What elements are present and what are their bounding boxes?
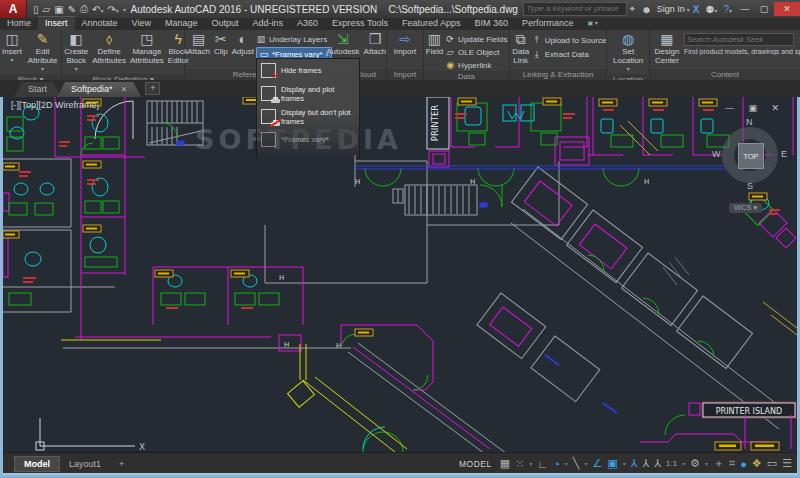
panel-label-data[interactable]: Data <box>424 71 509 80</box>
menu-item-display-plot-frames[interactable]: Display and plot frames <box>257 82 359 105</box>
connect-icon[interactable]: ⚉▾ <box>705 4 717 15</box>
layout1-tab[interactable]: Layout1 <box>60 457 110 471</box>
extract-data-button[interactable]: ⤓Extract Data <box>532 48 607 60</box>
help-icon[interactable]: ?▾ <box>723 4 732 15</box>
set-location-button[interactable]: ◍Set Location▾ <box>607 31 648 74</box>
panel-label-linking[interactable]: Linking & Extraction <box>510 69 607 80</box>
hyperlink-button[interactable]: ◉Hyperlink <box>445 59 507 71</box>
viewcube[interactable]: N S W E TOP WCS ▾ <box>715 119 787 195</box>
units-icon[interactable]: ⌗ <box>729 457 735 470</box>
insert-block-button[interactable]: ◫Insert▾ <box>0 31 24 65</box>
autocad-logo-icon[interactable]: A <box>0 0 27 18</box>
customization-menu-icon[interactable]: ☰ <box>782 457 792 470</box>
pointcloud-attach-button[interactable]: ❒Attach <box>362 31 389 56</box>
new-layout-button[interactable]: + <box>110 457 133 471</box>
model-tab[interactable]: Model <box>14 456 60 472</box>
clean-screen-icon[interactable]: ▭ <box>767 457 777 470</box>
exchange-apps-icon[interactable]: X <box>693 4 700 15</box>
globe-icon: ◍ <box>622 31 634 47</box>
panel-label-import[interactable]: Import <box>387 69 423 80</box>
define-attributes-button[interactable]: ⬨Define Attributes <box>90 31 128 65</box>
annotation-visibility-icon[interactable]: ⅄ <box>631 457 638 470</box>
hide-frames-icon: ✕ <box>261 63 276 78</box>
search-icon[interactable]: ⌖ <box>630 3 636 15</box>
tab-view[interactable]: View <box>125 17 158 30</box>
clip-button[interactable]: ✂Clip <box>212 31 230 56</box>
tab-performance[interactable]: Performance <box>515 17 581 30</box>
drawing-canvas[interactable]: SOFTPEDIA ™ <box>3 97 797 452</box>
annotation-scale-person-icon[interactable]: ⅄ <box>654 457 661 470</box>
new-drawing-tab-button[interactable]: + <box>145 82 160 95</box>
isometric-drafting-icon[interactable]: ╲ <box>573 457 580 470</box>
drawing-window-controls[interactable]: — ▣ ✕ <box>725 103 785 113</box>
edit-attribute-button[interactable]: ✎Edit Attribute▾ <box>24 31 61 74</box>
isolate-objects-icon[interactable]: ❖ <box>752 457 762 470</box>
tab-express-tools[interactable]: Express Tools <box>325 17 395 30</box>
import-button[interactable]: ⇨Import <box>392 31 419 56</box>
object-snap-tracking-icon[interactable]: ∠ <box>592 457 602 470</box>
tab-manage[interactable]: Manage <box>158 17 205 30</box>
manage-attributes-button[interactable]: ◳Manage Attributes <box>128 31 166 65</box>
close-button[interactable]: ✕ <box>774 2 800 16</box>
attach-button[interactable]: ▤Attach <box>185 31 212 56</box>
tab-output[interactable]: Output <box>204 17 245 30</box>
help-search-input[interactable] <box>523 2 627 16</box>
recap-icon: ⇲ <box>337 31 349 47</box>
ribbon-display-toggle-icon[interactable]: ▣ ▾ <box>581 17 605 30</box>
viewport-controls[interactable]: [-][Top][2D Wireframe] <box>11 100 99 110</box>
viewcube-east[interactable]: E <box>781 149 787 159</box>
panel-label-content[interactable]: Content <box>650 69 800 80</box>
grid-display-icon[interactable]: ▦ <box>500 457 510 470</box>
upload-to-source-button[interactable]: ⤒Upload to Source <box>532 34 607 46</box>
tab-addins[interactable]: Add-ins <box>245 17 290 30</box>
maximize-button[interactable]: ▢ <box>755 2 773 16</box>
model-space-button[interactable]: MODEL <box>459 459 492 469</box>
close-tab-icon[interactable]: ✕ <box>121 85 128 94</box>
hardware-acceleration-icon[interactable]: ● <box>740 458 747 470</box>
viewcube-south[interactable]: S <box>747 181 753 191</box>
undo-icon[interactable]: ↶▾ <box>92 4 103 15</box>
tab-bim360[interactable]: BIM 360 <box>467 17 515 30</box>
ole-object-button[interactable]: ▱OLE Object <box>445 46 507 58</box>
minimize-button[interactable]: — <box>736 2 754 16</box>
menu-item-hide-frames[interactable]: ✕ Hide frames <box>257 59 359 82</box>
tab-home[interactable]: Home <box>0 17 38 30</box>
menu-item-display-noplot-frames[interactable]: Display but don't plot frames <box>257 105 359 128</box>
viewcube-west[interactable]: W <box>712 149 721 159</box>
create-block-button[interactable]: ◧Create Block▾ <box>62 31 90 74</box>
autoscale-icon[interactable]: ⅄ <box>642 457 649 470</box>
underlay-layers-button[interactable]: ▥Underlay Layers <box>256 33 332 45</box>
annotation-scale-value[interactable]: 1:1 <box>666 459 677 468</box>
wcs-dropdown[interactable]: WCS ▾ <box>729 203 762 213</box>
polar-tracking-icon[interactable]: ◔ <box>553 458 560 470</box>
new-file-icon[interactable]: ▯ <box>33 4 39 15</box>
ortho-mode-icon[interactable]: ∟ <box>537 458 548 470</box>
data-link-button[interactable]: ⧉Data Link <box>510 31 532 65</box>
snap-mode-icon[interactable]: ⁙ <box>515 457 524 470</box>
tab-featured-apps[interactable]: Featured Apps <box>395 17 468 30</box>
save-as-icon[interactable]: ✎ <box>68 4 76 15</box>
autodesk-seek-input[interactable] <box>684 33 794 46</box>
file-tab-start[interactable]: Start <box>14 82 61 97</box>
workspace-switching-icon[interactable]: ⚙ <box>690 457 700 470</box>
viewcube-north[interactable]: N <box>746 117 753 127</box>
update-fields-button[interactable]: ⟳Update Fields <box>445 33 507 45</box>
file-tab-softpedia[interactable]: Softpedia*✕ <box>57 82 141 97</box>
tab-insert[interactable]: Insert <box>38 16 75 30</box>
tab-a360[interactable]: A360 <box>290 17 325 30</box>
sign-in-caret-icon[interactable]: ▾ <box>687 6 690 13</box>
viewcube-top-face[interactable]: TOP <box>738 143 764 169</box>
open-file-icon[interactable]: ▱ <box>43 4 51 15</box>
field-button[interactable]: ▥Field <box>424 31 445 56</box>
object-snap-icon[interactable]: ▣ <box>607 457 617 470</box>
redo-icon[interactable]: ↷▾ <box>107 4 118 15</box>
plot-icon[interactable]: ⎙ <box>80 3 88 15</box>
menu-item-frames-vary[interactable]: *Frames vary* <box>257 128 359 151</box>
adjust-button[interactable]: ◐Adjust <box>230 31 256 56</box>
annotation-monitor-icon[interactable]: ＋ <box>713 456 724 471</box>
sign-in-button[interactable]: Sign In <box>657 4 685 14</box>
tab-annotate[interactable]: Annotate <box>75 17 125 30</box>
import-icon: ⇨ <box>399 31 411 47</box>
save-icon[interactable]: ▣ <box>54 4 63 15</box>
design-center-button[interactable]: ▦Design Center <box>650 31 684 65</box>
